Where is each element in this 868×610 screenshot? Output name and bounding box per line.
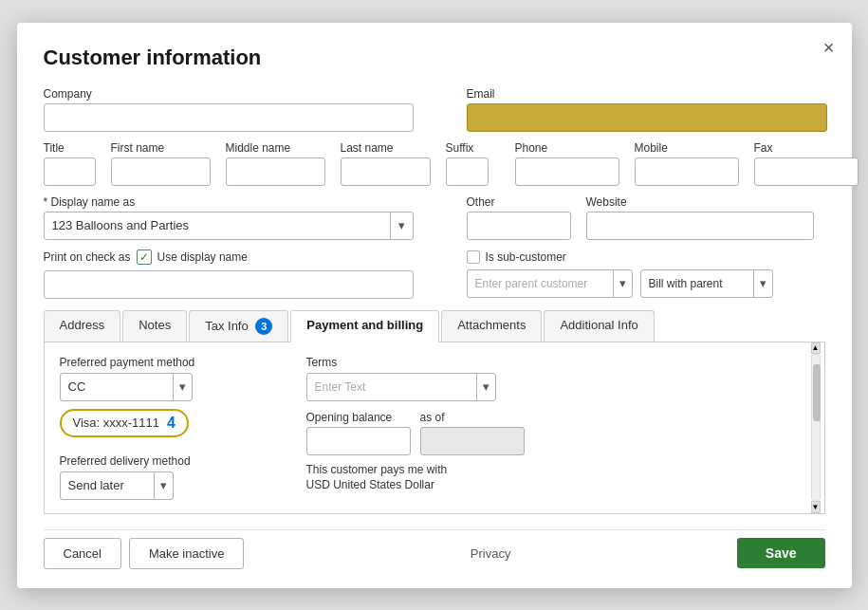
- website-label: Website: [586, 195, 814, 209]
- middlename-input[interactable]: [226, 157, 325, 186]
- scrollbar-track: [811, 354, 821, 501]
- checkmark-icon: ✓: [139, 250, 149, 264]
- title-input[interactable]: [44, 157, 96, 186]
- suffix-label: Suffix: [446, 141, 489, 155]
- company-input[interactable]: [44, 103, 414, 132]
- title-label: Title: [44, 141, 96, 155]
- send-later-value: Send later: [61, 473, 154, 497]
- tab-tax-badge: 3: [255, 318, 272, 335]
- middlename-label: Middle name: [226, 141, 325, 155]
- as-of-input[interactable]: 28-07-2019: [420, 427, 525, 455]
- tab-content-payment-billing: Preferred payment method CC ▾ Visa: xxxx…: [44, 342, 825, 514]
- tab-col-right: Terms Enter Text ▾ Opening balance as of…: [306, 356, 809, 500]
- scrollbar-thumb[interactable]: [813, 364, 821, 421]
- mobile-input[interactable]: [635, 157, 739, 186]
- bill-with-parent-arrow-icon[interactable]: ▾: [753, 270, 772, 297]
- is-subcustomer-checkbox[interactable]: [467, 250, 480, 264]
- save-button[interactable]: Save: [737, 538, 825, 568]
- pays-with-value: USD United States Dollar: [306, 478, 809, 491]
- footer-privacy: Privacy: [244, 546, 736, 561]
- opening-balance-label: Opening balance: [306, 411, 411, 424]
- print-on-check-label: Print on check as: [44, 250, 131, 264]
- send-later-select[interactable]: Send later ▾: [60, 471, 174, 500]
- scrollbar-up-icon[interactable]: ▲: [811, 342, 821, 354]
- company-label: Company: [44, 87, 452, 101]
- tab-attachments[interactable]: Attachments: [441, 310, 542, 342]
- terms-placeholder: Enter Text: [307, 376, 476, 398]
- make-inactive-button[interactable]: Make inactive: [129, 538, 244, 569]
- visa-badge-4-icon: 4: [167, 415, 175, 432]
- cc-arrow-icon[interactable]: ▾: [173, 374, 192, 400]
- tab-address[interactable]: Address: [44, 310, 121, 342]
- opening-balance-input[interactable]: [306, 427, 411, 455]
- terms-label: Terms: [306, 356, 809, 369]
- display-name-select[interactable]: 123 Balloons and Parties ▾: [44, 212, 414, 240]
- tab-additional-info[interactable]: Additional Info: [544, 310, 654, 342]
- as-of-label: as of: [420, 411, 525, 424]
- preferred-delivery-label: Preferred delivery method: [60, 454, 278, 468]
- phone-label: Phone: [515, 141, 619, 155]
- print-name-input[interactable]: 123 Balloons and Parties: [44, 270, 414, 299]
- tab-notes-label: Notes: [139, 318, 171, 332]
- bill-with-parent-select[interactable]: Bill with parent ▾: [640, 269, 773, 298]
- tab-tax-info[interactable]: Tax Info 3: [189, 310, 288, 342]
- tab-col-left: Preferred payment method CC ▾ Visa: xxxx…: [60, 356, 278, 500]
- tab-attachments-label: Attachments: [457, 318, 526, 332]
- send-later-arrow-icon[interactable]: ▾: [154, 472, 173, 499]
- display-name-value: 123 Balloons and Parties: [45, 213, 390, 237]
- customer-information-dialog: Customer information × Company Email Tit…: [17, 23, 852, 588]
- close-button[interactable]: ×: [823, 38, 835, 57]
- display-name-label: * Display name as: [44, 195, 452, 209]
- scrollbar[interactable]: ▲ ▼: [811, 342, 821, 513]
- tab-additional-info-label: Additional Info: [560, 318, 637, 332]
- tab-tax-info-label: Tax Info: [205, 319, 249, 333]
- scrollbar-down-icon[interactable]: ▼: [811, 501, 821, 512]
- dialog-footer: Cancel Make inactive Privacy Save: [44, 529, 825, 569]
- payment-method-select[interactable]: CC ▾: [60, 373, 193, 401]
- lastname-label: Last name: [341, 141, 431, 155]
- suffix-input[interactable]: [446, 157, 489, 186]
- bill-with-parent-value: Bill with parent: [641, 272, 753, 295]
- lastname-input[interactable]: [341, 157, 431, 186]
- website-input[interactable]: [586, 212, 814, 240]
- parent-customer-placeholder: Enter parent customer: [468, 272, 613, 295]
- preferred-payment-label: Preferred payment method: [60, 356, 278, 369]
- is-subcustomer-label: Is sub-customer: [486, 250, 566, 264]
- dialog-title: Customer information: [44, 46, 825, 70]
- tab-address-label: Address: [60, 318, 105, 332]
- cancel-button[interactable]: Cancel: [44, 538, 121, 569]
- fax-input[interactable]: [754, 157, 859, 186]
- pays-with-label: This customer pays me with: [306, 463, 809, 476]
- cc-value: CC: [61, 375, 173, 398]
- tab-payment-billing-label: Payment and billing: [306, 318, 423, 332]
- parent-customer-select[interactable]: Enter parent customer ▾: [467, 269, 633, 298]
- visa-badge[interactable]: Visa: xxxx-1111 4: [60, 409, 189, 437]
- terms-select[interactable]: Enter Text ▾: [306, 373, 496, 401]
- tab-notes[interactable]: Notes: [122, 310, 187, 342]
- tab-payment-billing[interactable]: Payment and billing: [290, 310, 439, 342]
- firstname-input[interactable]: [111, 157, 211, 186]
- tabs-row: Address Notes Tax Info 3 Payment and bil…: [44, 310, 825, 342]
- phone-input[interactable]: [515, 157, 619, 186]
- visa-label: Visa: xxxx-1111: [73, 416, 160, 430]
- mobile-label: Mobile: [635, 141, 739, 155]
- firstname-label: First name: [111, 141, 211, 155]
- fax-label: Fax: [754, 141, 859, 155]
- use-display-name-checkbox[interactable]: ✓: [137, 250, 152, 265]
- display-name-arrow-icon[interactable]: ▾: [390, 213, 413, 239]
- parent-customer-arrow-icon[interactable]: ▾: [613, 270, 632, 297]
- other-label: Other: [467, 195, 571, 209]
- terms-arrow-icon[interactable]: ▾: [476, 374, 495, 400]
- email-input[interactable]: [467, 103, 827, 132]
- email-label: Email: [467, 87, 827, 101]
- other-input[interactable]: [467, 212, 571, 240]
- use-display-name-label: Use display name: [157, 250, 248, 264]
